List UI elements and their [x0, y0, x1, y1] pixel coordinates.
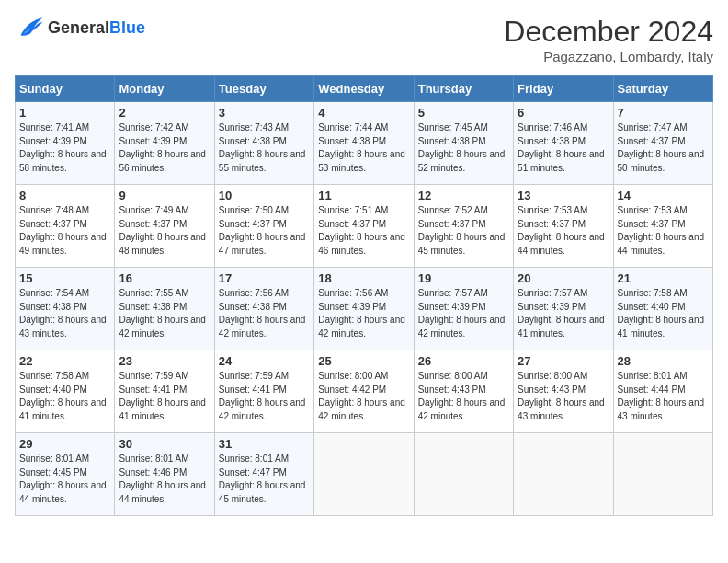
logo-blue: Blue: [109, 18, 145, 37]
day-number: 31: [219, 437, 310, 451]
cell-info: Sunrise: 8:01 AMSunset: 4:44 PMDaylight:…: [618, 370, 709, 423]
cell-info: Sunrise: 7:44 AMSunset: 4:38 PMDaylight:…: [318, 121, 409, 175]
cell-info: Sunrise: 7:47 AMSunset: 4:37 PMDaylight:…: [618, 121, 709, 175]
week-row-4: 22Sunrise: 7:58 AMSunset: 4:40 PMDayligh…: [16, 350, 713, 433]
cell-info: Sunrise: 7:49 AMSunset: 4:37 PMDaylight:…: [119, 204, 210, 258]
calendar-cell: 7Sunrise: 7:47 AMSunset: 4:37 PMDaylight…: [613, 102, 712, 185]
cell-info: Sunrise: 7:57 AMSunset: 4:39 PMDaylight:…: [418, 287, 509, 340]
calendar-cell: 13Sunrise: 7:53 AMSunset: 4:37 PMDayligh…: [514, 185, 613, 268]
calendar-cell: 16Sunrise: 7:55 AMSunset: 4:38 PMDayligh…: [115, 268, 214, 350]
header-day-sunday: Sunday: [16, 76, 115, 102]
calendar-cell: [514, 433, 613, 516]
cell-info: Sunrise: 8:00 AMSunset: 4:42 PMDaylight:…: [318, 370, 409, 423]
cell-info: Sunrise: 7:45 AMSunset: 4:38 PMDaylight:…: [418, 121, 509, 175]
title-area: December 2024 Pagazzano, Lombardy, Italy: [504, 15, 713, 64]
cell-info: Sunrise: 7:52 AMSunset: 4:37 PMDaylight:…: [418, 204, 509, 258]
calendar-cell: 22Sunrise: 7:58 AMSunset: 4:40 PMDayligh…: [16, 350, 115, 433]
cell-info: Sunrise: 8:00 AMSunset: 4:43 PMDaylight:…: [418, 370, 509, 423]
day-number: 16: [119, 271, 210, 285]
day-number: 10: [219, 189, 310, 202]
calendar-header-row: SundayMondayTuesdayWednesdayThursdayFrid…: [16, 76, 713, 102]
week-row-2: 8Sunrise: 7:48 AMSunset: 4:37 PMDaylight…: [16, 185, 713, 268]
calendar-cell: 15Sunrise: 7:54 AMSunset: 4:38 PMDayligh…: [16, 268, 115, 350]
day-number: 25: [318, 354, 409, 368]
cell-info: Sunrise: 8:01 AMSunset: 4:46 PMDaylight:…: [119, 453, 210, 506]
calendar-cell: 12Sunrise: 7:52 AMSunset: 4:37 PMDayligh…: [414, 185, 513, 268]
day-number: 4: [318, 106, 409, 120]
day-number: 12: [418, 189, 509, 202]
calendar-cell: [414, 433, 513, 516]
cell-info: Sunrise: 7:55 AMSunset: 4:38 PMDaylight:…: [119, 287, 210, 340]
cell-info: Sunrise: 7:50 AMSunset: 4:37 PMDaylight:…: [219, 204, 310, 258]
calendar-cell: 17Sunrise: 7:56 AMSunset: 4:38 PMDayligh…: [214, 268, 313, 350]
cell-info: Sunrise: 7:42 AMSunset: 4:39 PMDaylight:…: [119, 121, 210, 175]
header-day-thursday: Thursday: [414, 76, 513, 102]
cell-info: Sunrise: 8:01 AMSunset: 4:45 PMDaylight:…: [19, 453, 110, 506]
day-number: 6: [518, 106, 609, 120]
cell-info: Sunrise: 7:46 AMSunset: 4:38 PMDaylight:…: [518, 121, 609, 175]
cell-info: Sunrise: 7:58 AMSunset: 4:40 PMDaylight:…: [19, 370, 110, 423]
logo-general: General: [48, 18, 109, 37]
calendar-cell: 11Sunrise: 7:51 AMSunset: 4:37 PMDayligh…: [314, 185, 414, 268]
calendar-cell: 21Sunrise: 7:58 AMSunset: 4:40 PMDayligh…: [613, 268, 712, 350]
calendar-cell: 25Sunrise: 8:00 AMSunset: 4:42 PMDayligh…: [314, 350, 414, 433]
day-number: 2: [119, 106, 210, 120]
week-row-3: 15Sunrise: 7:54 AMSunset: 4:38 PMDayligh…: [16, 268, 713, 350]
day-number: 28: [618, 354, 709, 368]
calendar-cell: 2Sunrise: 7:42 AMSunset: 4:39 PMDaylight…: [115, 102, 214, 185]
day-number: 24: [219, 354, 310, 368]
calendar-cell: 1Sunrise: 7:41 AMSunset: 4:39 PMDaylight…: [16, 102, 115, 185]
calendar-cell: 27Sunrise: 8:00 AMSunset: 4:43 PMDayligh…: [514, 350, 613, 433]
cell-info: Sunrise: 7:58 AMSunset: 4:40 PMDaylight:…: [618, 287, 709, 340]
day-number: 9: [119, 189, 210, 202]
cell-info: Sunrise: 7:56 AMSunset: 4:38 PMDaylight:…: [219, 287, 310, 340]
location-title: Pagazzano, Lombardy, Italy: [504, 49, 713, 64]
calendar-cell: 24Sunrise: 7:59 AMSunset: 4:41 PMDayligh…: [214, 350, 313, 433]
header-day-friday: Friday: [514, 76, 613, 102]
calendar-cell: 8Sunrise: 7:48 AMSunset: 4:37 PMDaylight…: [16, 185, 115, 268]
day-number: 11: [318, 189, 409, 202]
calendar-cell: 26Sunrise: 8:00 AMSunset: 4:43 PMDayligh…: [414, 350, 513, 433]
cell-info: Sunrise: 7:48 AMSunset: 4:37 PMDaylight:…: [19, 204, 110, 258]
calendar-cell: 4Sunrise: 7:44 AMSunset: 4:38 PMDaylight…: [314, 102, 414, 185]
header-day-tuesday: Tuesday: [214, 76, 313, 102]
month-title: December 2024: [504, 15, 713, 49]
day-number: 5: [418, 106, 509, 120]
day-number: 8: [19, 189, 110, 202]
cell-info: Sunrise: 7:56 AMSunset: 4:39 PMDaylight:…: [318, 287, 409, 340]
calendar-cell: 9Sunrise: 7:49 AMSunset: 4:37 PMDaylight…: [115, 185, 214, 268]
week-row-5: 29Sunrise: 8:01 AMSunset: 4:45 PMDayligh…: [16, 433, 713, 516]
cell-info: Sunrise: 7:53 AMSunset: 4:37 PMDaylight:…: [618, 204, 709, 258]
day-number: 29: [19, 437, 110, 451]
day-number: 17: [219, 271, 310, 285]
day-number: 30: [119, 437, 210, 451]
day-number: 15: [19, 271, 110, 285]
day-number: 26: [418, 354, 509, 368]
day-number: 27: [518, 354, 609, 368]
cell-info: Sunrise: 7:51 AMSunset: 4:37 PMDaylight:…: [318, 204, 409, 258]
calendar-cell: 28Sunrise: 8:01 AMSunset: 4:44 PMDayligh…: [613, 350, 712, 433]
calendar-cell: 3Sunrise: 7:43 AMSunset: 4:38 PMDaylight…: [214, 102, 313, 185]
calendar-cell: 6Sunrise: 7:46 AMSunset: 4:38 PMDaylight…: [514, 102, 613, 185]
week-row-1: 1Sunrise: 7:41 AMSunset: 4:39 PMDaylight…: [16, 102, 713, 185]
header-day-wednesday: Wednesday: [314, 76, 414, 102]
cell-info: Sunrise: 7:54 AMSunset: 4:38 PMDaylight:…: [19, 287, 110, 340]
calendar-cell: 19Sunrise: 7:57 AMSunset: 4:39 PMDayligh…: [414, 268, 513, 350]
calendar-cell: 10Sunrise: 7:50 AMSunset: 4:37 PMDayligh…: [214, 185, 313, 268]
header-day-saturday: Saturday: [613, 76, 712, 102]
header: GeneralBlue December 2024 Pagazzano, Lom…: [15, 15, 713, 64]
day-number: 21: [618, 271, 709, 285]
day-number: 3: [219, 106, 310, 120]
calendar-cell: 30Sunrise: 8:01 AMSunset: 4:46 PMDayligh…: [115, 433, 214, 516]
day-number: 1: [19, 106, 110, 120]
logo: GeneralBlue: [15, 15, 145, 40]
logo-icon: [15, 15, 44, 40]
calendar-cell: 14Sunrise: 7:53 AMSunset: 4:37 PMDayligh…: [613, 185, 712, 268]
day-number: 14: [618, 189, 709, 202]
header-day-monday: Monday: [115, 76, 214, 102]
cell-info: Sunrise: 7:43 AMSunset: 4:38 PMDaylight:…: [219, 121, 310, 175]
day-number: 23: [119, 354, 210, 368]
calendar-cell: 5Sunrise: 7:45 AMSunset: 4:38 PMDaylight…: [414, 102, 513, 185]
logo-text: GeneralBlue: [48, 18, 145, 38]
calendar: SundayMondayTuesdayWednesdayThursdayFrid…: [15, 75, 713, 516]
